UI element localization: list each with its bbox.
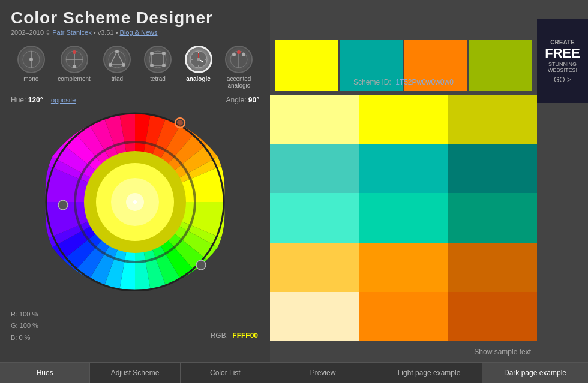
svg-point-30 (242, 53, 245, 56)
svg-point-6 (73, 50, 76, 54)
svg-point-2 (29, 58, 33, 61)
grid-cell-1[interactable] (359, 95, 448, 144)
grid-cell-2[interactable] (448, 95, 537, 144)
tab-light-page[interactable]: Light page example (376, 363, 482, 383)
tab-adjust-scheme[interactable]: Adjust Scheme (90, 363, 180, 383)
color-wheel-svg[interactable] (15, 111, 255, 291)
scheme-id-label: Scheme ID: (353, 78, 391, 86)
mode-triad[interactable]: triad (103, 46, 131, 89)
wheel-container[interactable]: warm cold (6, 108, 264, 294)
left-panel: Color Scheme Designer 2002–2010 © Patr S… (0, 0, 270, 383)
mode-analogic-label: analogic (186, 76, 211, 82)
angle-label: Angle: (226, 96, 246, 104)
mode-triad-label: triad (112, 76, 123, 82)
tab-hues[interactable]: Hues (0, 363, 90, 383)
app-title: Color Scheme Designer (11, 8, 259, 28)
scheme-id-bar: Scheme ID: 1T52Pw0w0w0w0 (270, 78, 537, 86)
grid-cell-13[interactable] (359, 292, 448, 341)
svg-point-16 (162, 52, 166, 55)
mode-triad-icon (103, 46, 131, 73)
svg-point-42 (58, 200, 68, 210)
r-value: R: 100 % (11, 309, 38, 321)
rgb-hex-value: FFFF00 (232, 331, 258, 340)
grid-cell-3[interactable] (270, 144, 359, 193)
scheme-modes: mono complement (0, 40, 270, 94)
mode-mono-label: mono (23, 76, 38, 82)
ad-websites: WEBSITES! (548, 67, 577, 73)
hue-angle-bar: Hue: 120° opposite Angle: 90° (0, 94, 270, 105)
grid-cell-0[interactable] (270, 95, 359, 144)
ad-banner[interactable]: CREATE FREE STUNNING WEBSITES! GO > (537, 19, 588, 103)
hue-section: Hue: 120° opposite (11, 96, 76, 104)
ad-stunning: STUNNING (548, 61, 577, 67)
grid-cell-10[interactable] (359, 243, 448, 292)
left-panel-tabs: Hues Adjust Scheme Color List (0, 362, 270, 383)
grid-cell-11[interactable] (448, 243, 537, 292)
blog-link[interactable]: Blog & News (120, 29, 158, 36)
svg-point-29 (237, 50, 241, 54)
svg-point-17 (150, 64, 154, 67)
scheme-id-value[interactable]: 1T52Pw0w0w0w0 (395, 78, 454, 86)
grid-cell-12[interactable] (270, 292, 359, 341)
svg-point-31 (232, 53, 236, 56)
grid-cell-6[interactable] (270, 193, 359, 242)
mode-accented-analogic-label: accented analogic (227, 76, 251, 89)
svg-point-43 (133, 200, 137, 204)
hue-label: Hue: (11, 96, 26, 104)
grid-cell-14[interactable] (448, 292, 537, 341)
header: Color Scheme Designer 2002–2010 © Patr S… (0, 0, 270, 40)
grid-cell-5[interactable] (448, 144, 537, 193)
b-value: B: 0 % (11, 332, 38, 344)
mode-mono-icon (17, 46, 45, 73)
svg-point-12 (109, 63, 112, 67)
right-panel-tabs: Preview Light page example Dark page exa… (270, 362, 588, 383)
right-panel: Scheme ID: 1T52Pw0w0w0w0 Show sample tex… (270, 0, 588, 383)
ad-create: CREATE (550, 39, 574, 46)
mode-accented-analogic[interactable]: accented analogic (225, 46, 253, 89)
rgb-hex-display: RGB: FFFF00 (211, 331, 258, 340)
svg-point-11 (122, 63, 125, 67)
mode-tetrad[interactable]: tetrad (144, 46, 172, 89)
tab-color-list[interactable]: Color List (181, 363, 270, 383)
mode-complement-label: complement (58, 76, 90, 82)
rgb-hex-label: RGB: (211, 331, 228, 340)
mode-analogic-icon (185, 46, 212, 73)
grid-cell-7[interactable] (359, 193, 448, 242)
svg-point-7 (73, 65, 76, 68)
svg-point-26 (197, 58, 200, 61)
hue-value: 120° (28, 96, 43, 104)
grid-cell-4[interactable] (359, 144, 448, 193)
color-grid (270, 95, 537, 341)
mode-analogic[interactable]: analogic (185, 46, 212, 89)
svg-point-41 (196, 260, 206, 270)
svg-point-18 (162, 64, 166, 67)
grid-cell-9[interactable] (270, 243, 359, 292)
ad-go[interactable]: GO > (554, 76, 571, 84)
svg-point-10 (115, 50, 119, 53)
angle-section: Angle: 90° (226, 96, 259, 104)
rgb-readout: R: 100 % G: 100 % B: 0 % (11, 309, 38, 344)
color-strip (270, 19, 537, 103)
sample-text-bar: Show sample text (270, 341, 537, 362)
show-sample-text-link[interactable]: Show sample text (474, 348, 531, 356)
svg-point-15 (150, 52, 154, 55)
tab-preview[interactable]: Preview (270, 363, 376, 383)
mode-complement-icon (61, 46, 88, 73)
grid-cell-8[interactable] (448, 193, 537, 242)
svg-point-40 (177, 120, 183, 126)
tab-dark-page[interactable]: Dark page example (482, 363, 588, 383)
mode-tetrad-label: tetrad (150, 76, 166, 82)
subtitle: 2002–2010 © Patr Stanicek • v3.51 • Blog… (11, 29, 259, 36)
mode-complement[interactable]: complement (58, 46, 90, 89)
opposite-link[interactable]: opposite (51, 96, 76, 104)
ad-free: FREE (545, 46, 580, 61)
mode-tetrad-icon (144, 46, 172, 73)
angle-value: 90° (248, 96, 259, 104)
g-value: G: 100 % (11, 320, 38, 332)
author-link[interactable]: Patr Stanicek (52, 29, 91, 36)
mode-accented-analogic-icon (225, 46, 253, 73)
mode-mono[interactable]: mono (17, 46, 45, 89)
